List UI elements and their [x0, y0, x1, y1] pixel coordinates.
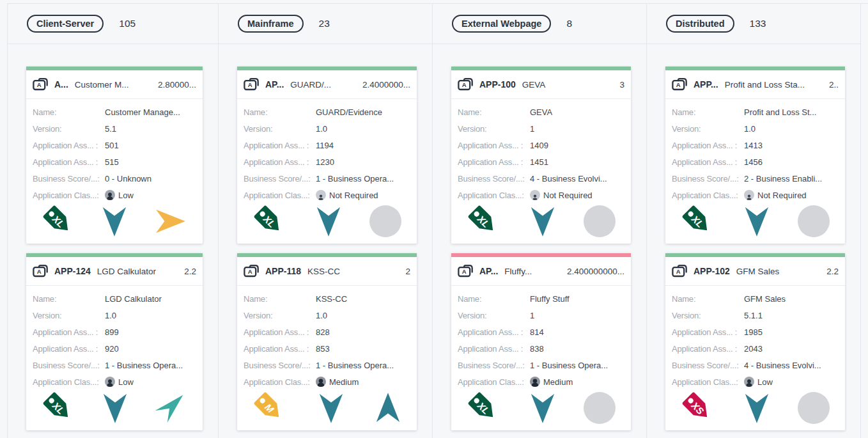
application-card[interactable]: A APP-100 GEVA 3 Name: GEVA Version: 1 A… — [451, 66, 631, 244]
size-tag-icon[interactable]: XL — [42, 204, 76, 239]
card-field-row: Name: GEVA — [458, 104, 624, 120]
field-label: Application Ass... : — [458, 344, 530, 354]
field-value: Not Required — [530, 190, 593, 200]
card-status-icons: XL — [237, 203, 417, 244]
card-field-row: Name: GFM Sales — [672, 290, 839, 307]
field-value: 1.0 — [316, 124, 327, 134]
empty-status-circle-icon[interactable] — [369, 205, 401, 237]
chevron-down-icon[interactable] — [101, 204, 128, 239]
size-tag-icon[interactable]: XL — [467, 391, 501, 425]
card-field-row: Application Clas...: Low — [672, 373, 839, 390]
card-title: Profit and Loss Sta... — [725, 80, 823, 90]
field-value: 5.1.1 — [744, 311, 763, 320]
field-value: 1.0 — [316, 311, 327, 320]
chevron-down-icon[interactable] — [743, 391, 770, 425]
field-value: 0 - Unknown — [105, 174, 151, 184]
application-card[interactable]: A AP... GUARD/... 2.4000000... Name: GUA… — [237, 66, 417, 244]
field-value: Not Required — [316, 190, 378, 200]
field-label: Name: — [672, 294, 744, 304]
card-title: Fluffy... — [504, 267, 561, 276]
svg-text:A: A — [462, 268, 467, 275]
card-field-row: Application Clas...: Not Required — [244, 187, 410, 203]
field-label: Business Score/...: — [458, 174, 530, 184]
field-value: 1230 — [316, 157, 334, 167]
svg-text:A: A — [37, 268, 42, 275]
application-card[interactable]: A APP-118 KSS-CC 2 Name: KSS-CC Version:… — [237, 253, 417, 430]
application-card[interactable]: A A... Customer M... 2.80000... Name: Cu… — [26, 66, 203, 244]
empty-status-circle-icon[interactable] — [584, 205, 616, 237]
field-label: Application Ass... : — [458, 157, 530, 167]
field-label: Version: — [672, 311, 744, 320]
card-title: GEVA — [522, 80, 614, 90]
card-status-icons: XL — [451, 203, 631, 244]
column-label-pill[interactable]: Mainframe — [238, 15, 304, 33]
size-tag-icon[interactable]: XL — [252, 204, 287, 239]
person-not-required-icon — [530, 190, 540, 200]
card-field-row: Version: 1 — [458, 120, 624, 137]
field-label: Name: — [458, 107, 530, 117]
card-header: A APP... Profit and Loss Sta... 2.. — [665, 70, 845, 99]
field-label: Application Clas...: — [672, 191, 744, 200]
chevron-down-icon[interactable] — [529, 391, 556, 425]
field-value: GEVA — [530, 107, 552, 117]
field-value: 1456 — [744, 157, 763, 167]
field-value: 1.0 — [105, 311, 116, 320]
person-not-required-icon — [316, 190, 326, 200]
column-label-pill[interactable]: Distributed — [666, 15, 734, 33]
field-label: Business Score/...: — [672, 174, 744, 184]
column-label-pill[interactable]: External Webpage — [452, 15, 551, 33]
size-tag-icon[interactable]: XL — [467, 204, 501, 239]
card-field-row: Name: Profit and Loss St... — [672, 104, 839, 120]
application-card[interactable]: A APP... Profit and Loss Sta... 2.. Name… — [665, 66, 845, 244]
field-value: 920 — [105, 344, 119, 354]
person-low-icon — [105, 190, 115, 200]
card-field-row: Application Ass... : 1194 — [244, 137, 410, 153]
application-card[interactable]: A AP... Fluffy... 2.400000000... Name: F… — [451, 253, 631, 430]
card-field-row: Application Ass... : 899 — [33, 324, 196, 340]
navigation-up-right-icon[interactable] — [154, 391, 187, 425]
card-field-row: Application Clas...: Low — [33, 373, 196, 390]
field-value: 1.0 — [744, 124, 756, 134]
card-header-value: 2.4000000... — [362, 80, 410, 90]
field-label: Application Ass... : — [33, 157, 105, 167]
field-value: Medium — [530, 377, 573, 387]
chevron-down-icon[interactable] — [318, 391, 345, 425]
chevron-down-icon[interactable] — [102, 391, 128, 425]
application-card[interactable]: A APP-102 GFM Sales 2.2 Name: GFM Sales … — [665, 253, 845, 430]
card-title: LGD Calkulator — [97, 267, 178, 276]
card-field-row: Application Clas...: Medium — [458, 373, 624, 390]
arrow-right-icon[interactable] — [153, 208, 187, 235]
size-tag-icon[interactable]: XS — [681, 391, 715, 425]
person-medium-icon — [530, 377, 540, 387]
application-icon: A — [672, 265, 687, 278]
board-column: External Webpage 8 A APP-100 GEVA 3 Name… — [433, 4, 647, 438]
person-not-required-icon — [744, 190, 754, 200]
empty-status-circle-icon[interactable] — [798, 205, 830, 237]
empty-status-circle-icon[interactable] — [798, 392, 830, 424]
card-field-row: Application Ass... : 1409 — [458, 137, 624, 153]
arrow-up-icon[interactable] — [375, 391, 401, 425]
application-card[interactable]: A APP-124 LGD Calkulator 2.2 Name: LGD C… — [26, 253, 203, 430]
card-field-row: Version: 5.1 — [33, 120, 196, 137]
card-id: A... — [54, 79, 68, 90]
column-header: Mainframe 23 — [219, 4, 432, 44]
chevron-down-icon[interactable] — [529, 204, 556, 239]
column-header: External Webpage 8 — [433, 4, 646, 44]
column-label-pill[interactable]: Client-Server — [27, 15, 104, 33]
column-cards: A APP... Profit and Loss Sta... 2.. Name… — [647, 44, 860, 430]
application-icon: A — [33, 78, 48, 91]
chevron-down-icon[interactable] — [315, 204, 342, 239]
person-medium-icon — [316, 377, 326, 387]
field-value: 1 — [530, 311, 534, 320]
size-tag-icon[interactable]: M — [252, 391, 287, 425]
card-field-row: Business Score/...: 0 - Unknown — [33, 170, 196, 187]
size-tag-icon[interactable]: XL — [681, 204, 715, 239]
size-tag-icon[interactable]: XL — [42, 391, 76, 425]
field-label: Application Clas...: — [458, 191, 530, 200]
field-label: Application Ass... : — [244, 327, 316, 337]
card-header: A A... Customer M... 2.80000... — [26, 70, 203, 99]
chevron-down-icon[interactable] — [743, 204, 770, 239]
empty-status-circle-icon[interactable] — [584, 392, 616, 424]
card-field-row: Application Ass... : 1456 — [672, 153, 839, 170]
card-field-row: Application Clas...: Not Required — [458, 187, 624, 203]
